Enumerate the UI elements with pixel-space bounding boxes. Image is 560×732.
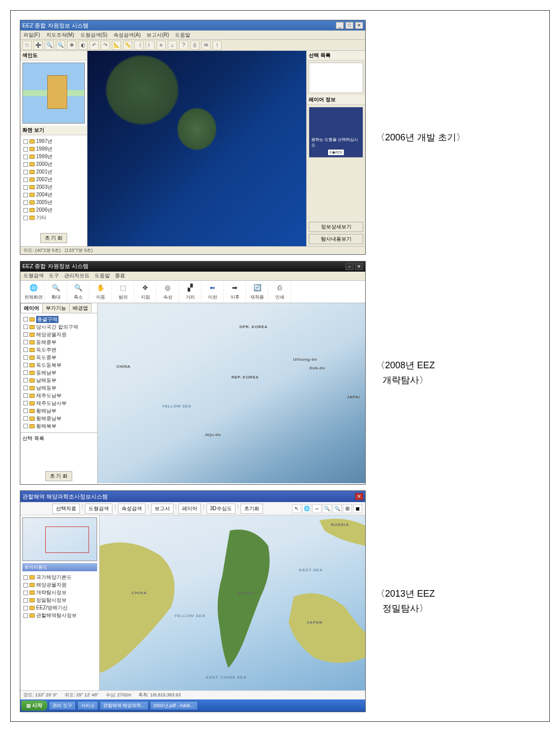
main-map-satellite[interactable] [87, 51, 306, 246]
tree-item[interactable]: 동해중부 [23, 339, 94, 346]
tree-item[interactable]: 당사국간 합의구역 [23, 324, 94, 331]
toolbar-button[interactable]: 도형검색 [85, 504, 112, 514]
minimize-icon[interactable]: – [345, 263, 353, 270]
tool-icon[interactable]: 🔍 [333, 504, 342, 513]
tool-button-전체화면[interactable]: 🌐전체화면 [22, 282, 45, 302]
tool-icon[interactable]: 🔍 [45, 41, 54, 50]
tool-button-범위[interactable]: ⬚범위 [112, 282, 134, 302]
tab-add[interactable]: 부가기능 [42, 303, 70, 313]
tool-icon[interactable]: ！ [213, 41, 222, 50]
tool-button-인쇄[interactable]: ⎙인쇄 [269, 282, 291, 302]
tool-icon[interactable]: 《 [134, 41, 143, 50]
tab-layer[interactable]: 레이어 [20, 303, 43, 313]
tool-button-지점[interactable]: ✥지점 [134, 282, 157, 302]
tree-item[interactable]: 개략탐사정보 [23, 589, 96, 596]
tool-icon[interactable]: ⎙ [190, 41, 199, 50]
checkbox-icon[interactable] [23, 317, 28, 321]
checkbox-icon[interactable] [23, 591, 28, 595]
tree-item[interactable]: 남해동부 [23, 385, 94, 392]
tool-button-축소[interactable]: 🔍축소 [67, 282, 90, 302]
checkbox-icon[interactable] [23, 575, 28, 580]
checkbox-icon[interactable] [23, 355, 28, 360]
checkbox-icon[interactable] [23, 598, 28, 603]
start-button[interactable]: ⊞ 시작 [21, 700, 47, 711]
checkbox-icon[interactable] [23, 363, 28, 367]
tool-icon[interactable]: ? [179, 41, 188, 50]
tree-item[interactable]: 해양광물자원 [23, 581, 96, 589]
tree-item[interactable]: 정밀탐사정보 [23, 597, 96, 604]
tree-item[interactable]: 총괄구역 [23, 316, 94, 323]
taskbar-item[interactable]: 관리 도구 [49, 701, 76, 710]
tool-icon[interactable]: 📐 [112, 41, 121, 50]
detail-button[interactable]: 정보상세보기 [309, 222, 363, 232]
index-map[interactable] [22, 517, 97, 561]
tool-icon[interactable]: ✉ [201, 41, 211, 50]
tool-icon[interactable]: □ [22, 41, 32, 50]
tool-button-이동[interactable]: ✋이동 [90, 282, 112, 302]
checkbox-icon[interactable] [23, 393, 28, 398]
tool-icon[interactable]: ⊞ [343, 504, 352, 513]
tree-item[interactable]: 기타 [23, 214, 84, 221]
tree-item[interactable]: 동해남부 [23, 369, 94, 376]
main-map-bathymetry[interactable]: DPR. KOREA REP. KOREA CHINA JAPAI YELLOW… [98, 303, 365, 483]
tool-icon[interactable]: 🔍 [322, 504, 332, 513]
toolbar-button[interactable]: 초기화 [241, 504, 263, 514]
menu-item[interactable]: 지도조작(M) [46, 32, 74, 39]
checkbox-icon[interactable] [23, 325, 28, 329]
tool-icon[interactable]: ↖ [292, 504, 301, 513]
close-icon[interactable]: ✕ [355, 493, 363, 500]
tool-icon[interactable]: ✥ [67, 41, 76, 50]
toolbar-button[interactable]: 선택자료 [52, 504, 80, 514]
tree-item[interactable]: EEZ/영해기선 [23, 604, 96, 611]
survey-button[interactable]: 탐사내용보기 [309, 234, 363, 244]
tree-item[interactable]: 독도주변 [23, 346, 94, 354]
menu-item[interactable]: 도형검색 [23, 272, 44, 279]
tree-item[interactable]: 제주도남서부 [23, 400, 94, 407]
checkbox-icon[interactable] [23, 606, 28, 610]
tool-icon[interactable]: 📏 [123, 41, 132, 50]
tool-icon[interactable]: ≡ [157, 41, 166, 50]
tree-item[interactable]: 2001년 [23, 168, 84, 175]
checkbox-icon[interactable] [23, 583, 28, 588]
tool-button-확대[interactable]: 🔍확대 [45, 282, 67, 302]
tool-icon[interactable]: 🌐 [302, 504, 311, 513]
toolbar-button[interactable]: 레이어 [179, 504, 201, 514]
menu-item[interactable]: 보고서(R) [146, 32, 169, 39]
menu-item[interactable]: 도구 [49, 272, 59, 279]
tree-item[interactable]: 황해북부 [23, 423, 94, 430]
tool-icon[interactable]: ⌂ [168, 41, 177, 50]
tool-icon[interactable]: ◼ [353, 504, 362, 513]
tool-icon[interactable]: ➕ [34, 41, 43, 50]
minimize-icon[interactable]: _ [336, 22, 344, 29]
tree-item[interactable]: 남해동부 [23, 377, 94, 384]
checkbox-icon[interactable] [23, 378, 28, 383]
tree-item[interactable]: 황해중남부 [23, 415, 94, 422]
tool-icon[interactable]: ↶ [90, 41, 99, 50]
tool-icon[interactable]: 》 [145, 41, 155, 50]
tree-item[interactable]: 제주도남부 [23, 392, 94, 399]
tree-item[interactable]: 관할해역탐사정보 [23, 612, 96, 619]
tree-item[interactable]: 2005년 [23, 199, 84, 206]
tree-item[interactable]: 2006년 [23, 207, 84, 214]
tool-button-속성[interactable]: ◎속성 [157, 282, 179, 302]
menu-item[interactable]: 도움말 [95, 272, 110, 279]
tool-icon[interactable]: ↔ [312, 504, 321, 513]
toolbar-button[interactable]: 3D수심도 [207, 504, 235, 514]
menu-item[interactable]: 속성검색(A) [113, 32, 140, 39]
tool-button-재작용[interactable]: 🔄재작용 [246, 282, 269, 302]
tree-item[interactable]: 1998년 [23, 145, 84, 153]
main-map-gis[interactable]: RUSSIA KOREA CHINA JAPAN EAST-SEA YELLOW… [100, 515, 365, 690]
tree-item[interactable]: 1999년 [23, 153, 84, 160]
checkbox-icon[interactable] [23, 613, 28, 618]
tree-item[interactable]: 1997년 [23, 138, 84, 145]
tool-icon[interactable]: ↷ [101, 41, 110, 50]
tool-button-이전[interactable]: ⬅이전 [201, 282, 224, 302]
checkbox-icon[interactable] [23, 347, 28, 352]
tree-item[interactable]: 황해남부 [23, 407, 94, 415]
toolbar-button[interactable]: 속성검색 [118, 504, 145, 514]
tool-button-이후[interactable]: ➡이후 [224, 282, 246, 302]
checkbox-icon[interactable] [23, 424, 28, 428]
tree-item[interactable]: 해양광물자원 [23, 331, 94, 338]
menu-item[interactable]: 파일(F) [23, 32, 40, 39]
tool-button-거리[interactable]: ▞거리 [179, 282, 201, 302]
